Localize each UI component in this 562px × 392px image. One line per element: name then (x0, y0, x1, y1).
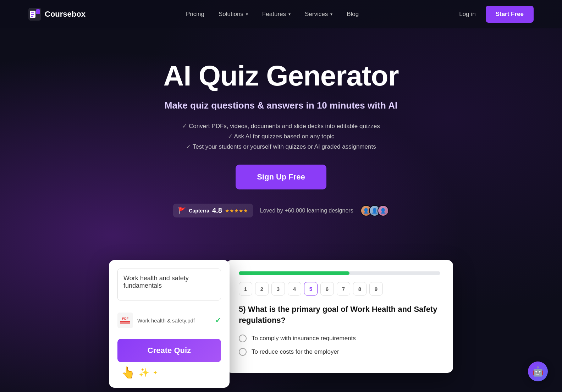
radio-button-2[interactable] (239, 348, 247, 356)
check-icon: ✓ (215, 316, 221, 325)
capterra-flag-icon: 🚩 (178, 207, 186, 215)
hand-cursor-icon: 👆 (121, 366, 135, 379)
question-numbers: 1 2 3 4 5 6 7 8 9 (239, 282, 440, 296)
radio-button-1[interactable] (239, 335, 247, 342)
nav-item-solutions[interactable]: Solutions ▾ (219, 11, 248, 18)
chevron-down-icon: ▾ (246, 12, 248, 17)
brand-name: Coursebox (45, 10, 86, 19)
question-number-2[interactable]: 2 (255, 282, 269, 296)
answer-text-1: To comply with insurance requirements (252, 335, 356, 342)
capterra-rating: 4.8 (212, 206, 222, 215)
features-link[interactable]: Features ▾ (262, 11, 291, 18)
svg-rect-2 (36, 9, 40, 14)
cursor-area: 👆 ✨ ✦ (117, 366, 221, 379)
nav-item-pricing[interactable]: Pricing (186, 11, 204, 18)
quiz-display-card: 1 2 3 4 5 6 7 8 9 5) What is the primary… (226, 260, 453, 373)
blog-link[interactable]: Blog (347, 11, 359, 18)
hero-title: AI Quiz Generator (14, 60, 548, 92)
pdf-file-row: PDF Work health & safety.pdf ✓ (117, 309, 221, 332)
question-number-7[interactable]: 7 (337, 282, 350, 296)
pricing-link[interactable]: Pricing (186, 11, 204, 18)
capterra-badge: 🚩 Capterra 4.8 ★★★★★ (173, 204, 253, 217)
question-text: 5) What is the primary goal of Work Heal… (239, 304, 440, 326)
solutions-link[interactable]: Solutions ▾ (219, 11, 248, 18)
hero-features: Convert PDFs, videos, documents and slid… (14, 122, 548, 150)
quiz-topic-input[interactable]: Work health and safety fundamentals (117, 269, 221, 300)
answer-option-1[interactable]: To comply with insurance requirements (239, 335, 440, 342)
pdf-filename: Work health & safety.pdf (137, 318, 211, 324)
hero-subtitle: Make quiz questions & answers in 10 minu… (14, 100, 548, 111)
question-number-8[interactable]: 8 (353, 282, 367, 296)
login-link[interactable]: Log in (459, 11, 475, 18)
nav-item-blog[interactable]: Blog (347, 11, 359, 18)
loved-text: Loved by +60,000 learning designers (260, 208, 353, 214)
capterra-label: Capterra (189, 208, 209, 214)
nav-links: Pricing Solutions ▾ Features ▾ Services … (186, 11, 359, 18)
feature-item: Test your students or yourself with quiz… (14, 143, 548, 150)
nav-item-services[interactable]: Services ▾ (305, 11, 332, 18)
navigation: Coursebox Pricing Solutions ▾ Features ▾… (0, 0, 562, 28)
logo[interactable]: Coursebox (28, 8, 86, 21)
avatar: 👤 (378, 205, 389, 216)
nav-item-features[interactable]: Features ▾ (262, 11, 291, 18)
user-avatars: 👤 👤 👤 (360, 205, 389, 216)
feature-item: Ask AI for quizzes based on any topic (14, 133, 548, 140)
answer-option-2[interactable]: To reduce costs for the employer (239, 348, 440, 356)
progress-bar-container (239, 271, 440, 275)
demo-section: Work health and safety fundamentals PDF … (0, 260, 562, 388)
social-proof: 🚩 Capterra 4.8 ★★★★★ Loved by +60,000 le… (14, 204, 548, 217)
create-quiz-button[interactable]: Create Quiz (117, 339, 221, 362)
start-free-button[interactable]: Start Free (486, 6, 534, 23)
pdf-icon: PDF (117, 313, 133, 328)
hero-section: AI Quiz Generator Make quiz questions & … (0, 28, 562, 260)
question-number-9[interactable]: 9 (369, 282, 383, 296)
question-number-5[interactable]: 5 (304, 282, 318, 296)
capterra-stars: ★★★★★ (225, 208, 248, 214)
sparkle-icon: ✨ (139, 368, 149, 377)
question-number-1[interactable]: 1 (239, 282, 252, 296)
sparkle-icon-2: ✦ (153, 369, 158, 376)
signup-free-button[interactable]: Sign Up Free (236, 165, 326, 189)
logo-icon (28, 8, 41, 21)
question-number-6[interactable]: 6 (320, 282, 334, 296)
chevron-down-icon: ▾ (330, 12, 332, 17)
chat-icon: 🤖 (532, 366, 544, 377)
chat-bubble-button[interactable]: 🤖 (528, 361, 548, 381)
answer-text-2: To reduce costs for the employer (252, 348, 339, 355)
chevron-down-icon: ▾ (288, 12, 291, 17)
question-number-3[interactable]: 3 (271, 282, 285, 296)
services-link[interactable]: Services ▾ (305, 11, 332, 18)
quiz-creator-card: Work health and safety fundamentals PDF … (109, 260, 230, 388)
question-number-4[interactable]: 4 (288, 282, 301, 296)
progress-bar-fill (239, 271, 349, 275)
nav-right: Log in Start Free (459, 6, 534, 23)
feature-item: Convert PDFs, videos, documents and slid… (14, 122, 548, 130)
